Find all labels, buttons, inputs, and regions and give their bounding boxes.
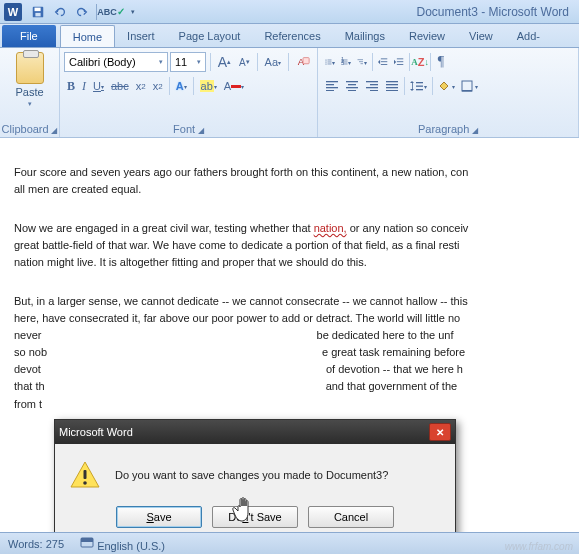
save-button[interactable]: Save (116, 506, 202, 528)
dialog-titlebar[interactable]: Microsoft Word ✕ (55, 420, 455, 444)
svg-rect-51 (81, 538, 93, 542)
status-language[interactable]: English (U.S.) (80, 536, 165, 552)
watermark: www.frfam.com (505, 541, 573, 552)
svg-point-49 (83, 481, 87, 485)
warning-icon (69, 460, 101, 490)
dialog-title: Microsoft Word (59, 426, 133, 438)
save-dialog: Microsoft Word ✕ Do you want to save cha… (54, 419, 456, 541)
cancel-button[interactable]: Cancel (308, 506, 394, 528)
dialog-buttons: Save Don't Save Cancel (69, 506, 441, 528)
dialog-close-button[interactable]: ✕ (429, 423, 451, 441)
svg-rect-48 (84, 470, 87, 479)
status-words[interactable]: Words: 275 (8, 538, 64, 550)
dialog-overlay: Microsoft Word ✕ Do you want to save cha… (0, 0, 579, 554)
dialog-body: Do you want to save changes you made to … (55, 444, 455, 540)
dialog-message: Do you want to save changes you made to … (115, 469, 388, 481)
status-bar: Words: 275 English (U.S.) (0, 532, 579, 554)
language-icon (80, 536, 94, 550)
dont-save-button[interactable]: Don't Save (212, 506, 298, 528)
